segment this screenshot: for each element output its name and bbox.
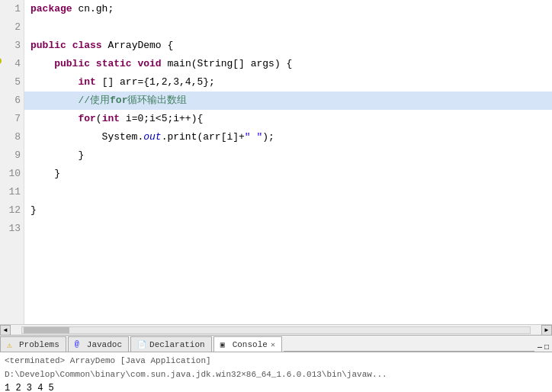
tab-problems[interactable]: ⚠ Problems [0, 336, 66, 352]
code-line-8: System.out.print(arr[i]+" "); [24, 128, 552, 146]
line-num-9: 9 [0, 146, 24, 165]
editor-scrollbar[interactable]: ◀ ▶ [0, 324, 552, 335]
editor-area: 1 2 3 4 5 6 7 8 9 10 11 12 13 package cn… [0, 0, 552, 336]
code-line-9: } [24, 146, 552, 165]
line-num-12: 12 [0, 201, 24, 220]
line-num-8: 8 [0, 128, 24, 146]
scroll-right-arrow[interactable]: ▶ [541, 325, 552, 336]
tab-declaration[interactable]: 📄 Declaration [130, 336, 212, 352]
line-num-7: 7 [0, 110, 24, 128]
code-line-4: public static void main(String[] args) { [24, 55, 552, 73]
console-close-x[interactable]: ✕ [271, 340, 275, 349]
scrollbar-track[interactable] [21, 326, 531, 334]
code-line-11 [24, 183, 552, 201]
javadoc-icon: @ [75, 340, 84, 349]
line-num-1: 1 [0, 0, 24, 18]
line-numbers: 1 2 3 4 5 6 7 8 9 10 11 12 13 [0, 0, 24, 324]
panel-controls: — □ [534, 343, 552, 352]
line-num-2: 2 [0, 18, 24, 37]
line-num-4: 4 [0, 55, 24, 73]
code-line-7: for(int i=0;i<5;i++){ [24, 110, 552, 128]
line-num-10: 10 [0, 165, 24, 183]
bottom-tabs: ⚠ Problems @ Javadoc 📄 Declaration ▣ Con… [0, 336, 552, 352]
console-icon: ▣ [220, 340, 229, 349]
tab-problems-label: Problems [19, 340, 59, 349]
maximize-panel-button[interactable]: □ [544, 343, 549, 352]
code-line-12: } [24, 201, 552, 220]
tab-javadoc[interactable]: @ Javadoc [68, 336, 129, 352]
code-line-5: int [] arr={1,2,3,4,5}; [24, 73, 552, 92]
code-line-10: } [24, 165, 552, 183]
warning-icon: ⚠ [7, 340, 16, 349]
code-content: 1 2 3 4 5 6 7 8 9 10 11 12 13 package cn… [0, 0, 552, 324]
scrollbar-thumb[interactable] [24, 327, 69, 333]
code-line-6: //使用for循环输出数组 [24, 92, 552, 110]
terminated-line: <terminated> ArrayDemo [Java Application… [5, 354, 547, 381]
decl-icon: 📄 [137, 340, 146, 349]
line-num-11: 11 [0, 183, 24, 201]
output-line: 1 2 3 4 5 [5, 381, 547, 392]
tab-spacer [284, 351, 534, 352]
scroll-left-arrow[interactable]: ◀ [0, 325, 11, 336]
minimize-panel-button[interactable]: — [538, 343, 542, 352]
code-line-1: package cn.gh; [24, 0, 552, 18]
code-line-3: public class ArrayDemo { [24, 37, 552, 55]
console-output: <terminated> ArrayDemo [Java Application… [0, 352, 552, 392]
code-lines[interactable]: package cn.gh; public class ArrayDemo { … [24, 0, 552, 324]
line-num-3: 3 [0, 37, 24, 55]
tab-console-label: Console [233, 340, 268, 349]
tab-console[interactable]: ▣ Console ✕ [213, 336, 282, 352]
line-num-13: 13 [0, 220, 24, 238]
console-area: <terminated> ArrayDemo [Java Application… [0, 352, 552, 392]
code-line-13 [24, 220, 552, 238]
tab-javadoc-label: Javadoc [87, 340, 122, 349]
line-num-5: 5 [0, 73, 24, 92]
code-line-2 [24, 18, 552, 37]
line-num-6: 6 [0, 92, 24, 110]
tab-declaration-label: Declaration [149, 340, 205, 349]
